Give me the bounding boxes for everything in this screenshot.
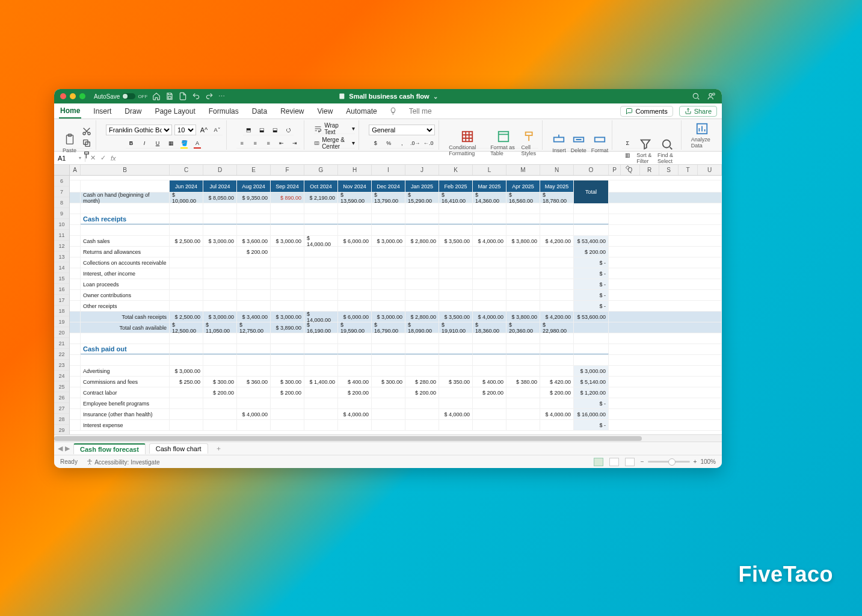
cell[interactable] [338, 225, 372, 235]
cell[interactable] [70, 290, 81, 300]
cell[interactable] [170, 214, 203, 224]
cell[interactable]: Total cash available [81, 322, 170, 333]
cell[interactable] [338, 290, 372, 300]
row-header[interactable]: 23 [54, 360, 69, 371]
cell[interactable]: Cash sales [81, 236, 170, 246]
zoom-slider[interactable] [648, 461, 690, 463]
cell[interactable]: $ 14,360.00 [473, 192, 506, 203]
cell[interactable]: Dec 2024 [372, 180, 405, 192]
cell[interactable]: $ 3,000.00 [574, 366, 609, 376]
cell[interactable] [81, 180, 170, 192]
fill-icon[interactable]: ▥ [622, 150, 633, 161]
decrease-indent-icon[interactable]: ⇤ [276, 138, 287, 149]
cell[interactable] [237, 257, 271, 268]
spreadsheet-grid[interactable]: 6789101112131415161718192021222324252627… [54, 176, 722, 434]
cell[interactable]: Jun 2024 [170, 180, 203, 192]
col-header[interactable]: M [506, 165, 540, 175]
cell[interactable] [81, 333, 170, 343]
cell[interactable] [70, 279, 81, 289]
borders-button[interactable]: ▦ [165, 138, 176, 149]
cell[interactable]: $ 16,410.00 [439, 192, 473, 203]
cell[interactable]: $ 300.00 [271, 377, 304, 387]
cell[interactable] [372, 247, 405, 257]
row-header[interactable]: 12 [54, 241, 69, 251]
row-header[interactable]: 24 [54, 371, 69, 381]
cell[interactable] [473, 301, 506, 311]
align-right-icon[interactable]: ≡ [263, 138, 274, 149]
cell[interactable] [70, 214, 81, 224]
cell[interactable] [271, 366, 304, 376]
cell[interactable] [237, 420, 271, 430]
cell[interactable] [506, 225, 540, 235]
cell[interactable] [304, 333, 338, 343]
cell[interactable] [372, 257, 405, 268]
cell[interactable] [609, 387, 722, 398]
cell[interactable] [473, 344, 506, 354]
cell[interactable] [540, 279, 574, 289]
cell[interactable] [405, 257, 439, 268]
cell[interactable]: $ 4,000.00 [439, 409, 473, 419]
cell[interactable] [304, 279, 338, 289]
tab-draw[interactable]: Draw [123, 105, 143, 118]
cell[interactable] [473, 290, 506, 300]
cell[interactable] [540, 301, 574, 311]
cell[interactable] [70, 192, 81, 203]
row-header[interactable]: 16 [54, 284, 69, 295]
cell[interactable] [405, 366, 439, 376]
cell[interactable]: $ 6,000.00 [338, 312, 372, 322]
cell[interactable] [203, 355, 237, 365]
row-header[interactable]: 28 [54, 414, 69, 425]
row-header[interactable]: 27 [54, 403, 69, 414]
cell[interactable] [405, 398, 439, 408]
cell[interactable] [506, 333, 540, 343]
cell[interactable]: $ 18,360.00 [473, 322, 506, 333]
cell[interactable] [203, 225, 237, 235]
cell[interactable] [574, 355, 609, 365]
cell[interactable] [304, 290, 338, 300]
cell[interactable]: $ 2,800.00 [405, 236, 439, 246]
col-header[interactable]: H [338, 165, 372, 175]
cell[interactable] [203, 333, 237, 343]
cell[interactable]: $ 2,800.00 [405, 312, 439, 322]
cell[interactable] [439, 366, 473, 376]
col-header[interactable]: D [203, 165, 237, 175]
cell[interactable] [304, 203, 338, 214]
cell[interactable] [405, 420, 439, 430]
cell[interactable] [203, 290, 237, 300]
cell[interactable] [338, 203, 372, 214]
insert-cells-button[interactable]: Insert [552, 133, 566, 153]
maximize-icon[interactable] [79, 93, 85, 99]
cell[interactable] [372, 387, 405, 398]
minimize-icon[interactable] [70, 93, 76, 99]
cell[interactable]: Feb 2025 [439, 180, 473, 192]
chevron-down-icon[interactable]: ⌄ [433, 93, 438, 100]
cell[interactable]: $ 4,200.00 [540, 236, 574, 246]
cell[interactable] [170, 301, 203, 311]
cell[interactable]: Oct 2024 [304, 180, 338, 192]
cell[interactable] [405, 344, 439, 354]
cell[interactable] [304, 268, 338, 279]
cell[interactable] [170, 279, 203, 289]
tab-page-layout[interactable]: Page Layout [153, 105, 196, 118]
decrease-decimal-icon[interactable]: ←.0 [423, 138, 434, 149]
cell[interactable] [237, 387, 271, 398]
row-header[interactable]: 26 [54, 392, 69, 403]
cell[interactable] [338, 268, 372, 279]
cell[interactable]: $ 1,200.00 [574, 387, 609, 398]
cell[interactable] [304, 247, 338, 257]
cell[interactable] [304, 344, 338, 354]
cell[interactable] [170, 333, 203, 343]
percent-icon[interactable]: % [383, 138, 394, 149]
cell[interactable] [473, 214, 506, 224]
cell[interactable] [439, 290, 473, 300]
cell[interactable] [609, 225, 722, 235]
cell[interactable] [506, 301, 540, 311]
cell[interactable] [271, 268, 304, 279]
view-page-break-button[interactable] [625, 458, 635, 466]
cell[interactable]: $ 16,790.00 [372, 322, 405, 333]
row-header[interactable]: 21 [54, 338, 69, 349]
cell[interactable] [405, 333, 439, 343]
row-header[interactable]: 18 [54, 306, 69, 316]
cell[interactable] [372, 279, 405, 289]
row-header[interactable]: 19 [54, 316, 69, 327]
